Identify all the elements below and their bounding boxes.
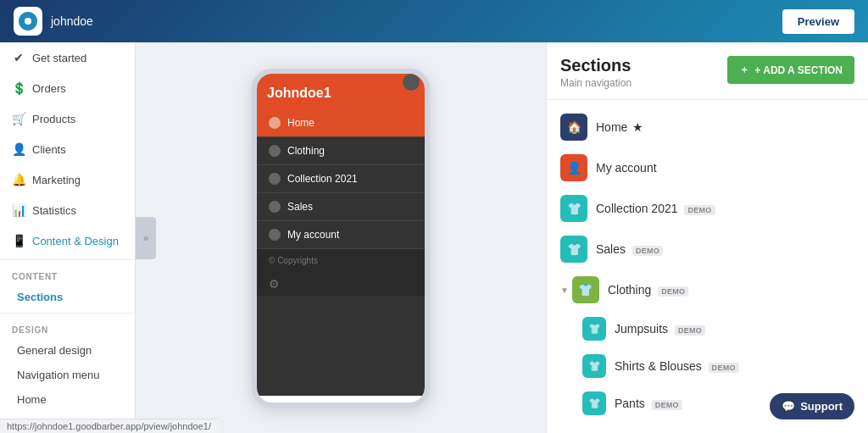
- phone-copyright: © Copyrights: [269, 256, 318, 265]
- section-list: 🏠 Home ★ 👤 My account 👕 Collection 2021: [547, 100, 868, 433]
- section-item-shirts-blouses[interactable]: 👕 Shirts & Blouses DEMO: [547, 347, 868, 385]
- clothing-section-icon: 👕: [572, 276, 599, 303]
- pants-icon: 👕: [582, 391, 606, 415]
- phone-menu-label-collection: Collection 2021: [287, 173, 358, 185]
- sidebar-item-clients[interactable]: 👤 Clients: [0, 134, 135, 164]
- clients-icon: 👤: [12, 142, 25, 156]
- sidebar-sub-item-navigation-menu[interactable]: Navigation menu: [0, 363, 135, 387]
- sidebar-item-get-started[interactable]: ✔ Get started: [0, 42, 135, 73]
- section-item-jumpsuits[interactable]: 👕 Jumpsuits DEMO: [547, 310, 868, 347]
- sidebar-divider-2: [0, 313, 135, 314]
- sales-section-icon: 👕: [560, 236, 587, 263]
- clothing-demo-badge: DEMO: [658, 286, 688, 297]
- jumpsuits-icon: 👕: [582, 317, 606, 341]
- section-name-home: Home ★: [596, 120, 643, 134]
- home-design-label: Home: [17, 393, 47, 406]
- logo-inner: [19, 12, 37, 31]
- section-name-jumpsuits: Jumpsuits DEMO: [615, 322, 705, 336]
- marketing-icon: 🔔: [12, 173, 25, 186]
- design-section-label: DESIGN: [0, 317, 135, 338]
- sidebar-label-statistics: Statistics: [32, 204, 76, 217]
- support-icon: 💬: [782, 400, 795, 413]
- status-url: https://johndoe1.goodbarber.app/pview/jo…: [7, 421, 211, 431]
- phone-menu-collection: Collection 2021: [257, 165, 425, 193]
- plus-icon: ＋: [739, 63, 749, 77]
- section-name-my-account: My account: [596, 161, 657, 175]
- section-name-clothing: Clothing DEMO: [608, 283, 688, 297]
- header-username: johndoe: [51, 14, 93, 28]
- sections-subtitle: Main navigation: [560, 77, 632, 89]
- phone-menu-home: Home: [257, 109, 425, 137]
- content-design-icon: 📱: [12, 234, 25, 247]
- sidebar-item-products[interactable]: 🛒 Products: [0, 103, 135, 134]
- sidebar-sub-item-sections[interactable]: Sections: [0, 285, 135, 309]
- phone-settings: ⚙: [257, 272, 425, 296]
- main-layout: ✔ Get started 💲 Orders 🛒 Products 👤 Clie…: [0, 42, 868, 433]
- sidebar-label-products: Products: [32, 113, 75, 125]
- sidebar-item-orders[interactable]: 💲 Orders: [0, 73, 135, 103]
- sidebar-sub-item-home[interactable]: Home: [0, 387, 135, 412]
- jumpsuits-demo-badge: DEMO: [675, 325, 705, 336]
- section-item-clothing[interactable]: ▼ 👕 Clothing DEMO: [547, 269, 868, 310]
- sidebar-sub-item-general-design[interactable]: General design: [0, 338, 135, 363]
- products-icon: 🛒: [12, 112, 25, 125]
- preview-area: » Johndoe1 Home Clothing: [136, 42, 546, 433]
- check-icon: ✔: [12, 51, 25, 64]
- header-left: johndoe: [14, 7, 93, 36]
- sidebar-label-content-design: Content & Design: [32, 235, 119, 247]
- phone-header: Johndoe1: [257, 74, 425, 109]
- section-name-pants: Pants DEMO: [615, 397, 682, 410]
- sidebar-item-content-design[interactable]: 📱 Content & Design: [0, 225, 135, 256]
- status-bar: https://johndoe1.goodbarber.app/pview/jo…: [0, 419, 218, 433]
- phone-menu-clothing: Clothing: [257, 137, 425, 165]
- phone-menu-sales: Sales: [257, 193, 425, 221]
- sidebar-label-clients: Clients: [32, 143, 66, 156]
- phone-app-name: Johndoe1: [267, 86, 331, 100]
- general-design-label: General design: [17, 344, 92, 357]
- phone-menu-myaccount: My account: [257, 221, 425, 249]
- section-item-sales[interactable]: 👕 Sales DEMO: [547, 229, 868, 269]
- phone-menu-label-home: Home: [287, 117, 314, 129]
- section-item-my-account[interactable]: 👤 My account: [547, 147, 868, 188]
- section-item-home[interactable]: 🏠 Home ★: [547, 107, 868, 147]
- app-header: johndoe Preview: [0, 0, 868, 42]
- sidebar-item-statistics[interactable]: 📊 Statistics: [0, 195, 135, 225]
- add-section-label: + ADD A SECTION: [754, 64, 843, 76]
- home-section-icon: 🏠: [560, 114, 587, 141]
- add-item-icon: ⊕: [582, 429, 595, 433]
- sidebar-label-orders: Orders: [32, 82, 66, 95]
- home-star: ★: [632, 120, 643, 134]
- sections-panel: Sections Main navigation ＋ + ADD A SECTI…: [546, 42, 868, 433]
- sections-label: Sections: [17, 291, 63, 303]
- add-item-to-clothing-button[interactable]: ⊕ Add an item to Clothing: [547, 422, 868, 433]
- section-name-shirts-blouses: Shirts & Blouses DEMO: [615, 359, 739, 373]
- phone-menu-label-myaccount: My account: [287, 229, 339, 241]
- support-button[interactable]: 💬 Support: [770, 393, 854, 419]
- sales-demo-badge: DEMO: [632, 246, 663, 256]
- sidebar-item-marketing[interactable]: 🔔 Marketing: [0, 164, 135, 195]
- add-section-button[interactable]: ＋ + ADD A SECTION: [727, 56, 854, 84]
- statistics-icon: 📊: [12, 203, 25, 217]
- main-area: » Johndoe1 Home Clothing: [136, 42, 868, 433]
- phone-menu: Home Clothing Collection 2021 Sales: [257, 109, 425, 396]
- phone-frame: Johndoe1 Home Clothing: [252, 69, 430, 408]
- sidebar-divider-1: [0, 259, 135, 260]
- expand-icon: ▼: [560, 286, 569, 295]
- section-item-collection-2021[interactable]: 👕 Collection 2021 DEMO: [547, 188, 868, 229]
- section-name-sales: Sales DEMO: [596, 242, 663, 256]
- sidebar: ✔ Get started 💲 Orders 🛒 Products 👤 Clie…: [0, 42, 136, 433]
- sections-title: Sections: [560, 56, 632, 75]
- sections-header: Sections Main navigation ＋ + ADD A SECTI…: [547, 42, 868, 100]
- phone-menu-label-clothing: Clothing: [287, 145, 325, 157]
- collapse-button[interactable]: »: [136, 217, 156, 259]
- section-name-collection: Collection 2021 DEMO: [596, 202, 715, 215]
- navigation-menu-label: Navigation menu: [17, 369, 100, 381]
- preview-button[interactable]: Preview: [782, 9, 854, 34]
- phone-footer: © Copyrights: [257, 249, 425, 272]
- pants-demo-badge: DEMO: [652, 400, 682, 410]
- phone-menu-label-sales: Sales: [287, 201, 313, 213]
- logo-box: [14, 7, 42, 36]
- sidebar-label-get-started: Get started: [32, 52, 86, 64]
- shirts-icon: 👕: [582, 354, 606, 378]
- orders-icon: 💲: [12, 81, 25, 95]
